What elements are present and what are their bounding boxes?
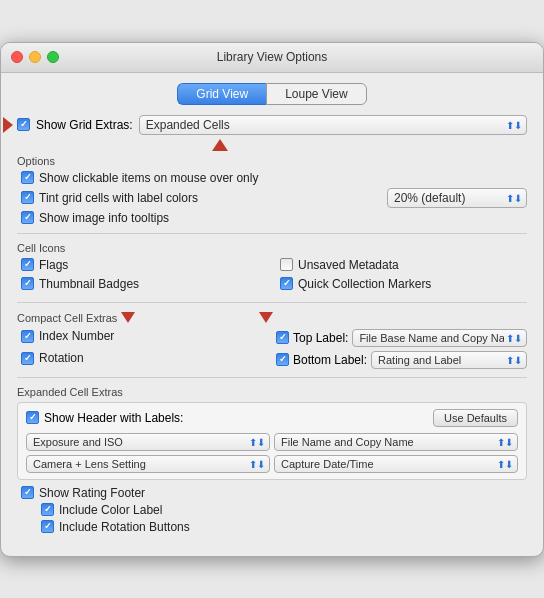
- option-row-3: Show image info tooltips: [17, 211, 527, 225]
- show-extras-checkbox[interactable]: [17, 118, 30, 131]
- flags-row: Flags: [17, 258, 268, 272]
- image-tooltips-label: Show image info tooltips: [39, 211, 169, 225]
- index-number-row: Index Number: [17, 329, 268, 343]
- compact-extras-title: Compact Cell Extras: [17, 312, 117, 324]
- expanded-extras-box: Show Header with Labels: Use Defaults Ex…: [17, 402, 527, 480]
- separator-2: [17, 302, 527, 303]
- unsaved-meta-row: Unsaved Metadata: [276, 258, 527, 272]
- main-window: Library View Options Grid View Loupe Vie…: [0, 42, 544, 557]
- top-label-wrapper: File Base Name and Copy Name ⬆⬇: [352, 329, 527, 347]
- top-label-select[interactable]: File Base Name and Copy Name: [352, 329, 527, 347]
- dropdown3-select[interactable]: Camera + Lens Setting: [26, 455, 270, 473]
- bottom-label-text: Bottom Label:: [293, 353, 367, 367]
- include-color-label: Include Color Label: [59, 503, 162, 517]
- dropdown1-select[interactable]: Exposure and ISO: [26, 433, 270, 451]
- include-color-checkbox[interactable]: [41, 503, 54, 516]
- option-row-1: Show clickable items on mouse over only: [17, 171, 527, 185]
- use-defaults-button[interactable]: Use Defaults: [433, 409, 518, 427]
- separator-1: [17, 233, 527, 234]
- thumbnail-badges-row: Thumbnail Badges: [17, 277, 268, 291]
- header-labels-row: Show Header with Labels: Use Defaults: [26, 409, 518, 427]
- index-number-checkbox[interactable]: [21, 330, 34, 343]
- index-number-label: Index Number: [39, 329, 114, 343]
- cell-icons-section: Cell Icons Flags Unsaved Metadata Thumbn…: [17, 242, 527, 294]
- dropdown4-select[interactable]: Capture Date/Time: [274, 455, 518, 473]
- clickable-items-checkbox[interactable]: [21, 171, 34, 184]
- include-rotation-row: Include Rotation Buttons: [37, 520, 527, 534]
- bottom-label-row: Bottom Label: Rating and Label ⬆⬇: [276, 351, 527, 369]
- close-button[interactable]: [11, 51, 23, 63]
- expanded-extras-title: Expanded Cell Extras: [17, 386, 527, 398]
- quick-collection-label: Quick Collection Markers: [298, 277, 431, 291]
- show-extras-label: Show Grid Extras:: [36, 118, 133, 132]
- unsaved-meta-label: Unsaved Metadata: [298, 258, 399, 272]
- top-label-text: Top Label:: [293, 331, 348, 345]
- tint-grid-checkbox[interactable]: [21, 191, 34, 204]
- top-label-row: Top Label: File Base Name and Copy Name …: [276, 329, 527, 347]
- quick-collection-checkbox[interactable]: [280, 277, 293, 290]
- thumbnail-badges-label: Thumbnail Badges: [39, 277, 139, 291]
- dropdown4-wrapper: Capture Date/Time ⬆⬇: [274, 455, 518, 473]
- compact-arrow-2: [259, 312, 273, 326]
- content-area: Grid View Loupe View Show Grid Extras: E…: [1, 73, 543, 556]
- dropdown2-wrapper: File Name and Copy Name ⬆⬇: [274, 433, 518, 451]
- show-rating-checkbox[interactable]: [21, 486, 34, 499]
- traffic-lights: [11, 51, 59, 63]
- dropdown1-wrapper: Exposure and ISO ⬆⬇: [26, 433, 270, 451]
- dropdowns-grid: Exposure and ISO ⬆⬇ File Name and Copy N…: [26, 433, 518, 473]
- expanded-extras-section: Expanded Cell Extras Show Header with La…: [17, 386, 527, 534]
- show-header-label: Show Header with Labels:: [44, 411, 183, 425]
- flags-label: Flags: [39, 258, 68, 272]
- options-section: Options Show clickable items on mouse ov…: [17, 155, 527, 225]
- flags-checkbox[interactable]: [21, 258, 34, 271]
- image-tooltips-checkbox[interactable]: [21, 211, 34, 224]
- rotation-row: Rotation: [17, 351, 268, 365]
- separator-3: [17, 377, 527, 378]
- maximize-button[interactable]: [47, 51, 59, 63]
- bottom-label-checkbox[interactable]: [276, 353, 289, 366]
- show-header-checkbox[interactable]: [26, 411, 39, 424]
- options-title: Options: [17, 155, 527, 167]
- compact-extras-section: Compact Cell Extras Index Number: [17, 311, 527, 369]
- compact-arrow-1: [121, 312, 135, 326]
- tab-loupe-view[interactable]: Loupe View: [266, 83, 367, 105]
- show-rating-row: Show Rating Footer: [17, 486, 527, 500]
- show-header-row: Show Header with Labels:: [26, 411, 183, 425]
- unsaved-meta-checkbox[interactable]: [280, 258, 293, 271]
- bottom-label-select[interactable]: Rating and Label: [371, 351, 527, 369]
- show-extras-dropdown-wrapper: Expanded Cells Compact Cells ⬆⬇: [139, 115, 527, 135]
- show-rating-label: Show Rating Footer: [39, 486, 145, 500]
- title-bar: Library View Options: [1, 43, 543, 73]
- include-rotation-label: Include Rotation Buttons: [59, 520, 190, 534]
- arrow-up-indicator: [17, 139, 527, 151]
- dropdown3-wrapper: Camera + Lens Setting ⬆⬇: [26, 455, 270, 473]
- rotation-label: Rotation: [39, 351, 84, 365]
- clickable-items-label: Show clickable items on mouse over only: [39, 171, 258, 185]
- tint-pct-select[interactable]: 20% (default): [387, 188, 527, 208]
- tab-grid-view[interactable]: Grid View: [177, 83, 266, 105]
- bottom-label-wrapper: Rating and Label ⬆⬇: [371, 351, 527, 369]
- tint-pct-wrapper: 20% (default) ⬆⬇: [387, 188, 527, 208]
- view-switcher: Grid View Loupe View: [17, 83, 527, 105]
- rotation-checkbox[interactable]: [21, 352, 34, 365]
- thumbnail-badges-checkbox[interactable]: [21, 277, 34, 290]
- quick-collection-row: Quick Collection Markers: [276, 277, 527, 291]
- minimize-button[interactable]: [29, 51, 41, 63]
- top-label-checkbox[interactable]: [276, 331, 289, 344]
- window-title: Library View Options: [217, 50, 328, 64]
- tint-grid-label: Tint grid cells with label colors: [39, 191, 198, 205]
- dropdown2-select[interactable]: File Name and Copy Name: [274, 433, 518, 451]
- cell-icons-title: Cell Icons: [17, 242, 527, 254]
- rating-sub-options: Include Color Label Include Rotation But…: [17, 503, 527, 534]
- include-color-row: Include Color Label: [37, 503, 527, 517]
- show-extras-select[interactable]: Expanded Cells Compact Cells: [139, 115, 527, 135]
- option-row-2: Tint grid cells with label colors 20% (d…: [17, 188, 527, 208]
- include-rotation-checkbox[interactable]: [41, 520, 54, 533]
